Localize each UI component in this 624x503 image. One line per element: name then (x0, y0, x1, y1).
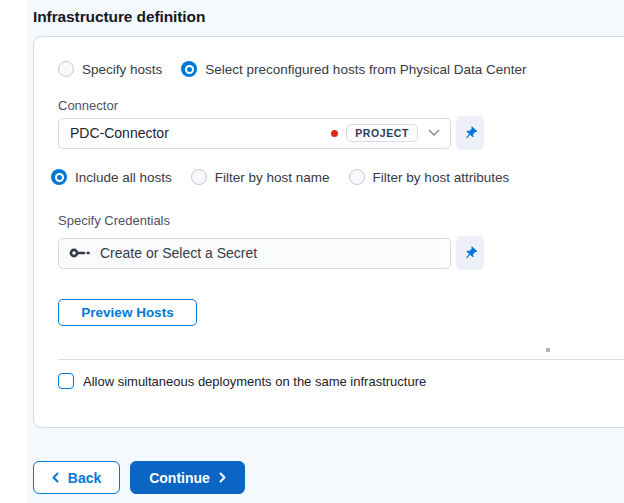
back-label: Back (68, 470, 101, 486)
radio-unselected-icon[interactable] (349, 169, 365, 185)
allow-simultaneous-row[interactable]: Allow simultaneous deployments on the sa… (58, 373, 426, 389)
section-divider (58, 359, 624, 360)
connector-label: Connector (58, 98, 118, 113)
radio-label: Filter by host attributes (373, 170, 510, 185)
radio-filter-by-host-name[interactable]: Filter by host name (191, 169, 330, 185)
credentials-runtime-pin-button[interactable] (456, 236, 484, 270)
continue-button[interactable]: Continue (130, 461, 245, 494)
connector-status-dot (331, 130, 338, 137)
radio-unselected-icon[interactable] (191, 169, 207, 185)
radio-label: Select preconfigured hosts from Physical… (205, 62, 526, 77)
credentials-label: Specify Credentials (58, 213, 170, 228)
chevron-left-icon (52, 472, 59, 483)
back-button[interactable]: Back (33, 461, 120, 494)
host-source-radio-group: Specify hosts Select preconfigured hosts… (58, 61, 545, 77)
left-gutter (0, 0, 27, 503)
infrastructure-definition-screen: Infrastructure definition Specify hosts … (0, 0, 624, 503)
chevron-right-icon (219, 472, 226, 483)
connector-runtime-pin-button[interactable] (456, 116, 484, 150)
stray-mark (546, 348, 550, 352)
chevron-down-icon[interactable] (428, 129, 440, 137)
preview-hosts-button[interactable]: Preview Hosts (58, 299, 197, 326)
page-title: Infrastructure definition (33, 8, 205, 26)
secret-placeholder: Create or Select a Secret (100, 245, 257, 261)
allow-simultaneous-label: Allow simultaneous deployments on the sa… (83, 374, 426, 389)
infrastructure-card: Specify hosts Select preconfigured hosts… (33, 36, 624, 428)
connector-field-row: PDC-Connector PROJECT (58, 116, 484, 150)
radio-label: Specify hosts (82, 62, 162, 77)
connector-value: PDC-Connector (59, 125, 331, 141)
secret-select-field[interactable]: Create or Select a Secret (58, 238, 451, 269)
field-end-cap (441, 239, 450, 268)
radio-include-all-hosts[interactable]: Include all hosts (51, 169, 172, 185)
radio-label: Include all hosts (75, 170, 172, 185)
radio-selected-icon[interactable] (51, 169, 67, 185)
preview-hosts-label: Preview Hosts (81, 305, 173, 320)
radio-selected-icon[interactable] (181, 61, 197, 77)
radio-filter-by-host-attributes[interactable]: Filter by host attributes (349, 169, 510, 185)
connector-field[interactable]: PDC-Connector PROJECT (58, 118, 451, 149)
allow-simultaneous-checkbox[interactable] (58, 373, 74, 389)
radio-specify-hosts[interactable]: Specify hosts (58, 61, 162, 77)
continue-label: Continue (149, 470, 210, 486)
key-icon (69, 247, 91, 259)
host-filter-radio-group: Include all hosts Filter by host name Fi… (51, 169, 528, 185)
radio-select-preconfigured-hosts[interactable]: Select preconfigured hosts from Physical… (181, 61, 526, 77)
scope-badge: PROJECT (346, 124, 418, 142)
pin-icon (459, 122, 480, 143)
radio-label: Filter by host name (215, 170, 330, 185)
radio-unselected-icon[interactable] (58, 61, 74, 77)
credentials-field-row: Create or Select a Secret (58, 236, 484, 270)
pin-icon (459, 242, 480, 263)
